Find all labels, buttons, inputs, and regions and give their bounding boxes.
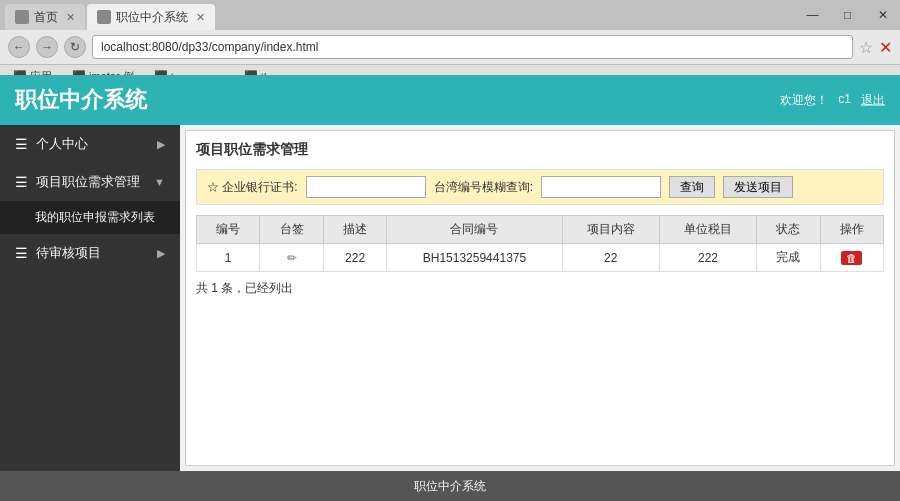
cell-status: 完成 <box>757 244 820 272</box>
back-button[interactable]: ← <box>8 36 30 58</box>
content-area: 项目职位需求管理 ☆ 企业银行证书: 台湾编号模糊查询: 查询 发送项目 编号 … <box>185 130 895 466</box>
app-footer: 职位中介系统 <box>0 471 900 501</box>
col-contract: 合同编号 <box>387 216 562 244</box>
cell-id: 1 <box>197 244 260 272</box>
sidebar-item-personal-label: 个人中心 <box>36 135 88 153</box>
sidebar-item-personal[interactable]: ☰ 个人中心 ▶ <box>0 125 180 163</box>
maximize-button[interactable]: □ <box>830 0 865 30</box>
browser-tab-2[interactable]: 职位中介系统 ✕ <box>87 4 215 30</box>
main-layout: ☰ 个人中心 ▶ ☰ 项目职位需求管理 ▼ 我的职位申报需求列表 ☰ <box>0 125 900 471</box>
col-desc: 描述 <box>323 216 386 244</box>
sidebar-item-pending-label: 待审核项目 <box>36 244 101 262</box>
cell-desc: 222 <box>323 244 386 272</box>
pending-arrow-icon: ▶ <box>157 247 165 260</box>
address-input[interactable] <box>92 35 853 59</box>
cell-tax: 222 <box>659 244 756 272</box>
table-row: 1 ✏ 222 BH1513259441375 22 222 完成 🗑 <box>197 244 884 272</box>
sidebar-item-personal-left: ☰ 个人中心 <box>15 135 88 153</box>
sidebar-sub-apply[interactable]: 我的职位申报需求列表 <box>0 201 180 234</box>
cell-action: 🗑 <box>820 244 883 272</box>
table-body: 1 ✏ 222 BH1513259441375 22 222 完成 🗑 <box>197 244 884 272</box>
add-project-button[interactable]: 发送项目 <box>723 176 793 198</box>
project-mgmt-arrow-icon: ▼ <box>154 176 165 188</box>
contract-search-input[interactable] <box>541 176 661 198</box>
enterprise-search-input[interactable] <box>306 176 426 198</box>
sidebar-item-pending-left: ☰ 待审核项目 <box>15 244 101 262</box>
record-count: 共 1 条，已经列出 <box>196 280 884 297</box>
search-button[interactable]: 查询 <box>669 176 715 198</box>
tab-close-1[interactable]: ✕ <box>66 11 75 24</box>
app-container: 职位中介系统 欢迎您！ c1 退出 ☰ 个人中心 ▶ ☰ 项目职位需求管理 <box>0 75 900 501</box>
cell-sign: ✏ <box>260 244 323 272</box>
tab-close-2[interactable]: ✕ <box>196 11 205 24</box>
tab-icon-2 <box>97 10 111 24</box>
sidebar-item-project-left: ☰ 项目职位需求管理 <box>15 173 140 191</box>
browser-tab-1[interactable]: 首页 ✕ <box>5 4 85 30</box>
app-title: 职位中介系统 <box>15 85 147 115</box>
tab-label-1: 首页 <box>34 9 58 26</box>
refresh-button[interactable]: ↻ <box>64 36 86 58</box>
bookmark-star[interactable]: ☆ <box>859 38 873 57</box>
enterprise-label: ☆ 企业银行证书: <box>207 179 298 196</box>
welcome-text: 欢迎您！ <box>780 92 828 109</box>
contract-label: 台湾编号模糊查询: <box>434 179 533 196</box>
forward-button[interactable]: → <box>36 36 58 58</box>
edit-icon[interactable]: ✏ <box>287 251 297 265</box>
col-tax: 单位税目 <box>659 216 756 244</box>
window-controls: — □ ✕ <box>795 0 900 30</box>
footer-text: 职位中介系统 <box>414 478 486 495</box>
sidebar-submenu-project: 我的职位申报需求列表 <box>0 201 180 234</box>
project-mgmt-icon: ☰ <box>15 174 28 190</box>
tab-icon-1 <box>15 10 29 24</box>
personal-arrow-icon: ▶ <box>157 138 165 151</box>
data-table: 编号 台签 描述 合同编号 项目内容 单位税目 状态 操作 1 ✏ 222 BH… <box>196 215 884 272</box>
sidebar-item-project-label: 项目职位需求管理 <box>36 173 140 191</box>
personal-icon: ☰ <box>15 136 28 152</box>
minimize-button[interactable]: — <box>795 0 830 30</box>
sidebar-sub-apply-label: 我的职位申报需求列表 <box>35 210 155 224</box>
delete-button[interactable]: 🗑 <box>841 251 862 265</box>
cell-contract: BH1513259441375 <box>387 244 562 272</box>
table-header: 编号 台签 描述 合同编号 项目内容 单位税目 状态 操作 <box>197 216 884 244</box>
content-title: 项目职位需求管理 <box>196 141 884 159</box>
col-status: 状态 <box>757 216 820 244</box>
col-action: 操作 <box>820 216 883 244</box>
sidebar-item-project-mgmt[interactable]: ☰ 项目职位需求管理 ▼ <box>0 163 180 201</box>
sidebar: ☰ 个人中心 ▶ ☰ 项目职位需求管理 ▼ 我的职位申报需求列表 ☰ <box>0 125 180 471</box>
col-content: 项目内容 <box>562 216 659 244</box>
pending-icon: ☰ <box>15 245 28 261</box>
stop-button[interactable]: ✕ <box>879 38 892 57</box>
close-button[interactable]: ✕ <box>865 0 900 30</box>
sidebar-item-pending[interactable]: ☰ 待审核项目 ▶ <box>0 234 180 272</box>
tab-label-2: 职位中介系统 <box>116 9 188 26</box>
user-name: c1 <box>838 92 851 109</box>
header-right: 欢迎您！ c1 退出 <box>780 92 885 109</box>
logout-link[interactable]: 退出 <box>861 92 885 109</box>
search-bar: ☆ 企业银行证书: 台湾编号模糊查询: 查询 发送项目 <box>196 169 884 205</box>
app-header: 职位中介系统 欢迎您！ c1 退出 <box>0 75 900 125</box>
address-bar: ← → ↻ ☆ ✕ <box>0 30 900 65</box>
cell-content: 22 <box>562 244 659 272</box>
col-sign: 台签 <box>260 216 323 244</box>
col-id: 编号 <box>197 216 260 244</box>
